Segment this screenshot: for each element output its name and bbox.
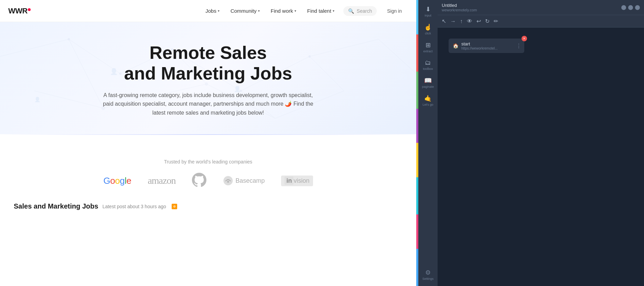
main-website: WWR Jobs ▾ Community ▾ Find work ▾ Find … <box>0 0 416 286</box>
node-url: https://weworkremotel... <box>461 46 498 50</box>
workflow-area: ✕ 🏠 start https://weworkremotel... ⋮ <box>443 33 638 59</box>
panel-window-controls <box>621 5 640 10</box>
svg-line-6 <box>378 39 416 74</box>
jobs-section-heading: Sales and Marketing Jobs Latest post abo… <box>0 195 416 214</box>
search-icon: 🔍 <box>348 8 354 14</box>
jobs-chevron-icon: ▾ <box>218 9 219 13</box>
svg-line-2 <box>120 50 172 74</box>
svg-point-26 <box>227 181 229 183</box>
svg-line-14 <box>310 56 344 91</box>
node-info: start https://weworkremotel... <box>461 41 498 50</box>
extract-icon: ⊞ <box>426 41 431 49</box>
toolbox-label: toolbox <box>423 67 433 71</box>
undo-icon[interactable]: ↩ <box>476 17 482 25</box>
node-menu-button[interactable]: ⋮ <box>516 43 522 49</box>
tool-item-click[interactable]: ☝ click <box>419 21 437 38</box>
click-icon: ☝ <box>424 23 432 31</box>
nav-community-label: Community <box>230 8 257 14</box>
svg-point-16 <box>119 73 121 75</box>
nav-findtalent-label: Find talent <box>307 8 331 14</box>
maximize-button[interactable] <box>628 5 633 10</box>
svg-line-11 <box>69 39 103 108</box>
svg-point-19 <box>309 55 311 57</box>
svg-line-5 <box>310 39 378 56</box>
svg-line-4 <box>241 56 310 91</box>
node-home-icon: 🏠 <box>453 43 459 49</box>
search-placeholder: Search <box>357 8 372 14</box>
tool-item-input[interactable]: ⬇ input <box>419 3 437 20</box>
svg-point-17 <box>171 49 173 51</box>
nav-item-find-work[interactable]: Find work ▾ <box>266 5 301 17</box>
panel-url: weworkremotely.com <box>442 8 477 12</box>
hero-background: 👤 👤 👤 <box>0 22 416 125</box>
nav-item-community[interactable]: Community ▾ <box>226 5 265 17</box>
paginate-icon: 📖 <box>424 77 432 84</box>
google-logo: Google <box>103 175 131 186</box>
tool-item-toolbox[interactable]: 🗂 toolbox <box>419 56 437 73</box>
invision-logo: invision <box>281 176 313 186</box>
panel-title-group: Untitled weworkremotely.com <box>442 3 477 12</box>
cursor-icon[interactable]: ↖ <box>441 17 447 25</box>
panel-toolbar: ↖ → ↑ 👁 ↩ ↻ ✏ <box>438 15 644 28</box>
site-logo[interactable]: WWR <box>8 7 31 15</box>
nav-item-jobs[interactable]: Jobs ▾ <box>201 5 224 17</box>
panel-title: Untitled <box>442 3 477 8</box>
trusted-label: Trusted by the world's leading companies <box>14 159 402 165</box>
redo-icon[interactable]: ↻ <box>484 17 490 25</box>
findwork-chevron-icon: ▾ <box>294 9 296 13</box>
amazon-logo: amazon <box>148 175 175 186</box>
input-icon: ⬇ <box>426 6 431 13</box>
svg-line-13 <box>241 91 275 118</box>
close-button[interactable] <box>635 5 640 10</box>
upload-icon[interactable]: ↑ <box>459 18 463 25</box>
tool-item-lets-go[interactable]: 🤙 Let's go <box>419 92 437 109</box>
search-box[interactable]: 🔍 Search <box>343 6 377 16</box>
svg-line-8 <box>103 84 206 108</box>
hero-section: 👤 👤 👤 Remote Sales and Marketing Jobs A … <box>0 22 416 134</box>
svg-point-20 <box>101 106 105 110</box>
nav-findwork-label: Find work <box>271 8 293 14</box>
tool-item-paginate[interactable]: 📖 paginate <box>419 74 437 91</box>
svg-point-21 <box>205 83 208 85</box>
findtalent-chevron-icon: ▾ <box>333 9 334 13</box>
settings-icon: ⚙ <box>425 269 431 276</box>
svg-line-9 <box>206 84 275 118</box>
logo-text: WWR <box>8 7 28 15</box>
nav-jobs-label: Jobs <box>205 8 216 14</box>
lets-go-label: Let's go <box>422 103 433 106</box>
toolbox-icon: 🗂 <box>425 59 431 66</box>
tool-item-extract[interactable]: ⊞ extract <box>419 39 437 56</box>
nav-item-find-talent[interactable]: Find talent ▾ <box>302 5 339 17</box>
lets-go-icon: 🤙 <box>424 95 432 102</box>
minimize-button[interactable] <box>621 5 626 10</box>
trusted-section: Trusted by the world's leading companies… <box>0 145 416 195</box>
tool-item-settings[interactable]: ⚙ Settings <box>419 266 437 283</box>
paginate-label: paginate <box>422 85 434 88</box>
eye-icon[interactable]: 👁 <box>466 18 473 25</box>
svg-point-15 <box>68 38 70 40</box>
node-title: start <box>461 41 498 46</box>
tool-sidebar: ⬇ input ☝ click ⊞ extract 🗂 toolbox 📖 pa… <box>418 0 438 286</box>
svg-text:👤: 👤 <box>110 68 118 75</box>
panel-canvas: ✕ 🏠 start https://weworkremotel... ⋮ <box>438 28 644 286</box>
github-logo <box>192 173 206 189</box>
community-chevron-icon: ▾ <box>258 9 260 13</box>
pencil-icon[interactable]: ✏ <box>493 17 499 25</box>
svg-text:👤: 👤 <box>34 97 41 103</box>
panel-header: Untitled weworkremotely.com <box>438 0 644 15</box>
input-label: input <box>425 14 431 17</box>
svg-text:👤: 👤 <box>234 86 241 92</box>
arrow-right-icon[interactable]: → <box>450 18 457 25</box>
workflow-start-node[interactable]: ✕ 🏠 start https://weworkremotel... ⋮ <box>449 39 524 53</box>
settings-label: Settings <box>422 277 434 280</box>
logo-dot <box>28 8 31 11</box>
svg-line-7 <box>34 91 103 108</box>
node-close-button[interactable]: ✕ <box>522 36 527 41</box>
svg-line-12 <box>172 50 206 84</box>
rss-icon: ⊕ <box>172 204 177 209</box>
sign-in-button[interactable]: Sign in <box>381 6 408 17</box>
click-label: click <box>425 32 431 35</box>
companies-list: Google amazon Basecamp invis <box>14 173 402 189</box>
nav-links: Jobs ▾ Community ▾ Find work ▾ Find tale… <box>201 5 339 17</box>
navbar: WWR Jobs ▾ Community ▾ Find work ▾ Find … <box>0 0 416 22</box>
